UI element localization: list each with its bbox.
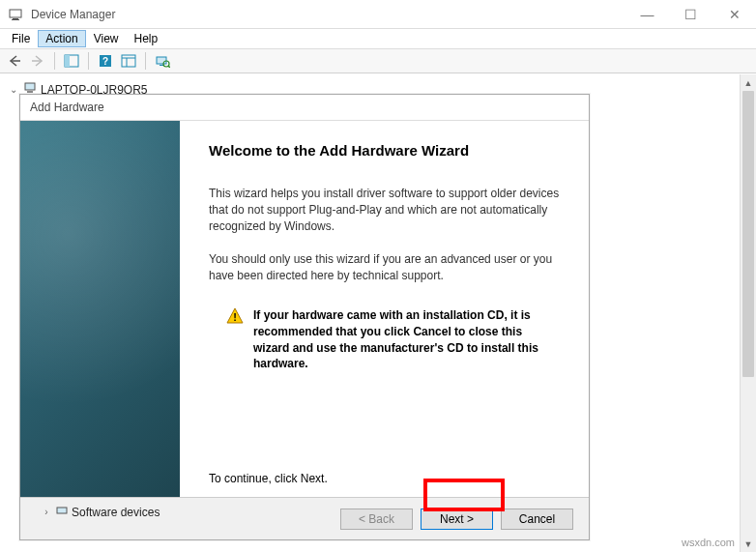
expand-icon[interactable]: ›	[41, 507, 52, 517]
svg-text:?: ?	[102, 56, 108, 67]
titlebar: Device Manager — ☐ ✕	[0, 0, 756, 29]
svg-rect-13	[160, 65, 163, 66]
toolbar: ?	[0, 48, 756, 73]
watermark: wsxdn.com	[682, 537, 735, 548]
forward-icon[interactable]	[27, 50, 48, 72]
window-title: Device Manager	[31, 8, 625, 21]
svg-text:!: !	[233, 311, 237, 323]
dialog-title: Add Hardware	[20, 95, 589, 120]
warning-icon: !	[226, 307, 244, 372]
wizard-paragraph-2: You should only use this wizard if you a…	[209, 251, 560, 284]
svg-rect-16	[25, 83, 35, 90]
back-icon[interactable]	[4, 50, 25, 72]
show-hide-tree-icon[interactable]	[61, 50, 82, 72]
menu-action[interactable]: Action	[38, 30, 85, 47]
close-button[interactable]: ✕	[712, 0, 756, 29]
device-tree-bottom: › Software devices	[8, 498, 167, 526]
svg-rect-17	[27, 91, 33, 93]
tree-child-label: Software devices	[72, 506, 160, 519]
cancel-button[interactable]: Cancel	[501, 508, 573, 530]
menubar: File Action View Help	[0, 29, 756, 48]
wizard-sidebar-image	[20, 121, 180, 497]
next-button[interactable]: Next >	[421, 508, 493, 530]
svg-rect-0	[10, 10, 21, 17]
svg-rect-6	[65, 55, 70, 67]
help-icon[interactable]: ?	[95, 50, 116, 72]
tree-child[interactable]: › Software devices	[15, 504, 160, 520]
svg-rect-12	[157, 57, 166, 64]
scroll-thumb[interactable]	[742, 91, 754, 377]
menu-help[interactable]: Help	[127, 30, 166, 47]
continue-hint: To continue, click Next.	[209, 472, 328, 485]
scroll-up-icon[interactable]: ▲	[741, 74, 756, 91]
maximize-button[interactable]: ☐	[669, 0, 712, 29]
add-hardware-dialog: Add Hardware Welcome to the Add Hardware…	[19, 94, 590, 540]
wizard-paragraph-1: This wizard helps you install driver sof…	[209, 186, 560, 234]
vertical-scrollbar[interactable]: ▲ ▼	[740, 74, 756, 552]
svg-rect-1	[13, 18, 18, 19]
collapse-icon[interactable]: ⌄	[8, 84, 19, 95]
menu-file[interactable]: File	[4, 30, 38, 47]
svg-rect-20	[57, 508, 67, 513]
device-category-icon	[56, 505, 68, 519]
minimize-button[interactable]: —	[625, 0, 669, 29]
scroll-down-icon[interactable]: ▼	[741, 536, 756, 552]
svg-line-15	[168, 66, 170, 68]
wizard-warning: ! If your hardware came with an installa…	[226, 307, 560, 372]
warning-text: If your hardware came with an installati…	[253, 307, 560, 372]
device-manager-icon	[8, 7, 23, 22]
back-button: < Back	[340, 508, 413, 530]
scan-hardware-icon[interactable]	[152, 50, 173, 72]
svg-rect-2	[12, 19, 19, 20]
main-area: ⌄ LAPTOP-0LJR9OR5 Add Hardware Welcome t…	[0, 73, 756, 552]
wizard-heading: Welcome to the Add Hardware Wizard	[209, 142, 560, 159]
wizard-content: Welcome to the Add Hardware Wizard This …	[180, 121, 589, 497]
properties-icon[interactable]	[118, 50, 139, 72]
menu-view[interactable]: View	[86, 30, 127, 47]
svg-rect-9	[122, 55, 135, 67]
